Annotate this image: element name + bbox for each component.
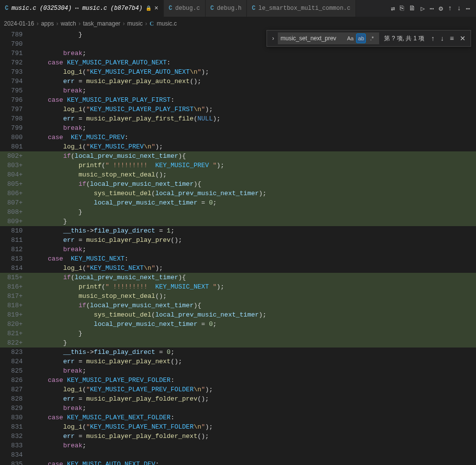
code-line[interactable]: sys_timeout_del(local_prev_music_next_ti… — [26, 310, 476, 320]
code-line[interactable]: break; — [26, 49, 476, 58]
code-line[interactable]: } — [26, 338, 476, 348]
match-case-button[interactable]: Aa — [345, 33, 355, 43]
code-line[interactable]: case KEY_MUSIC_AUTO_NEXT_DEV: — [26, 460, 476, 465]
close-icon[interactable]: × — [154, 4, 158, 12]
tabs-bar: C music.c (0325304) ↔ music.c (b87e7b4) … — [0, 0, 476, 17]
code-line[interactable]: local_prev_music_next_timer = 0; — [26, 198, 476, 207]
code-line[interactable]: break; — [26, 245, 476, 254]
find-input[interactable] — [280, 35, 344, 42]
tab-label: music.c (0325304) ↔ music.c (b87e7b4) — [11, 5, 142, 12]
lock-icon: 🔒 — [146, 5, 151, 11]
code-line[interactable]: printf(" !!!!!!!!! KEY_MUSIC_NEXT "); — [26, 282, 476, 291]
breadcrumb-item[interactable]: music — [127, 20, 143, 27]
c-file-icon: C — [149, 20, 154, 28]
code-line[interactable]: } — [26, 217, 476, 226]
c-file-icon: C — [252, 5, 255, 12]
code-line[interactable]: local_prev_music_next_timer = 0; — [26, 320, 476, 329]
breadcrumb-item[interactable]: 2024-01-16 — [4, 20, 34, 27]
code-line[interactable]: log_i("KEY_MUSIC_NEXT\n"); — [26, 263, 476, 273]
code-line[interactable]: case KEY_MUSIC_NEXT: — [26, 254, 476, 263]
code-line[interactable] — [26, 450, 476, 460]
find-input-box: Aa ab .* — [278, 32, 379, 44]
code-line[interactable]: __this->file_play_direct = 0; — [26, 348, 476, 357]
code-line[interactable]: break; — [26, 123, 476, 133]
chevron-right-icon: › — [36, 20, 38, 27]
tab-label: debug.h — [217, 5, 241, 12]
code-line[interactable]: err = music_player_play_next(); — [26, 357, 476, 366]
tab-debug-h[interactable]: C debug.h — [206, 0, 247, 17]
expand-find-icon[interactable]: › — [270, 35, 276, 42]
find-filter-button[interactable]: ≡ — [448, 34, 456, 42]
code-line[interactable]: break; — [26, 441, 476, 450]
code-line[interactable]: case KEY_MUSIC_PLAYER_PLAY_FIRST: — [26, 95, 476, 105]
whole-word-button[interactable]: ab — [356, 33, 366, 43]
save-icon[interactable]: 🗎 — [409, 4, 416, 12]
code-line[interactable]: } — [26, 207, 476, 217]
c-file-icon: C — [5, 5, 8, 12]
tab-debug-c[interactable]: C debug.c — [164, 0, 206, 17]
code-line[interactable]: music_stop_next_deal(); — [26, 170, 476, 179]
code-line[interactable]: __this->file_play_direct = 1; — [26, 226, 476, 235]
code-line[interactable]: err = music_player_play_folder_prev(); — [26, 394, 476, 404]
code-line[interactable]: err = music_player_play_auto_next(); — [26, 77, 476, 86]
breadcrumb-file[interactable]: music.c — [157, 20, 177, 27]
down-icon[interactable]: ↓ — [457, 4, 461, 12]
tab-music-diff[interactable]: C music.c (0325304) ↔ music.c (b87e7b4) … — [0, 0, 164, 17]
chevron-right-icon: › — [79, 20, 81, 27]
code-line[interactable]: case KEY_MUSIC_PLAYE_NEXT_FOLDER: — [26, 413, 476, 422]
editor: 7897907917927937947957967977987998008018… — [0, 30, 476, 465]
code-line[interactable]: break; — [26, 366, 476, 376]
code-line[interactable]: log_i("KEY_MUSIC_PLAYE_NEXT_FOLDER\n"); — [26, 422, 476, 432]
breadcrumb-item[interactable]: task_manager — [83, 20, 120, 27]
gear-icon[interactable]: ⚙ — [439, 4, 443, 13]
chevron-right-icon: › — [145, 20, 147, 27]
tab-label: le_smartbox_multi_common.c — [259, 5, 351, 12]
run-icon[interactable]: ▷ — [420, 4, 424, 13]
code-line[interactable]: if(local_prev_music_next_timer){ — [26, 151, 476, 161]
code-line[interactable]: log_i("KEY_MUSIC_PREV\n"); — [26, 142, 476, 151]
find-prev-button[interactable]: ↑ — [429, 34, 437, 42]
copy-icon[interactable]: ⎘ — [400, 4, 404, 12]
code-line[interactable]: log_i("KEY_MUSIC_PLAYE_PREV_FOLDER\n"); — [26, 385, 476, 394]
code-line[interactable]: err = music_player_play_prev(); — [26, 235, 476, 245]
code-line[interactable]: break; — [26, 86, 476, 95]
find-next-button[interactable]: ↓ — [439, 34, 446, 42]
code-line[interactable]: sys_timeout_del(local_prev_music_next_ti… — [26, 189, 476, 198]
code-line[interactable]: break; — [26, 404, 476, 413]
breadcrumbs: 2024-01-16› apps› watch› task_manager› m… — [0, 17, 476, 30]
chevron-right-icon: › — [56, 20, 58, 27]
code-area[interactable]: } break; case KEY_MUSIC_PLAYER_AUTO_NEXT… — [26, 30, 476, 465]
tabs-toolbar: ⇄ ⎘ 🗎 ▷ ⋯ ⚙ ↑ ↓ ⋯ — [385, 4, 476, 13]
breadcrumb-item[interactable]: watch — [60, 20, 76, 27]
regex-button[interactable]: .* — [367, 33, 377, 43]
up-icon[interactable]: ↑ — [448, 4, 452, 12]
code-line[interactable]: case KEY_MUSIC_PLAYE_PREV_FOLDER: — [26, 376, 476, 385]
code-line[interactable]: case KEY_MUSIC_PLAYER_AUTO_NEXT: — [26, 58, 476, 67]
code-line[interactable]: err = music_player_play_folder_next(); — [26, 432, 476, 441]
c-file-icon: C — [210, 5, 214, 12]
code-line[interactable]: if(local_prev_music_next_timer){ — [26, 273, 476, 282]
code-line[interactable]: } — [26, 329, 476, 338]
breadcrumb-item[interactable]: apps — [41, 20, 54, 27]
find-widget: › Aa ab .* 第 ? 项, 共 1 项 ↑ ↓ ≡ ✕ — [267, 30, 471, 47]
code-line[interactable]: music_stop_next_deal(); — [26, 291, 476, 301]
find-status: 第 ? 项, 共 1 项 — [384, 34, 424, 43]
overflow-icon[interactable]: ⋯ — [466, 4, 470, 13]
compare-icon[interactable]: ⇄ — [391, 4, 395, 13]
tab-label: debug.c — [175, 5, 200, 12]
find-close-button[interactable]: ✕ — [458, 34, 468, 42]
code-line[interactable]: log_i("KEY_MUSIC_PLAYER_AUTO_NEXT\n"); — [26, 67, 476, 77]
code-line[interactable]: log_i("KEY_MUSIC_PLAYER_PLAY_FIRST\n"); — [26, 105, 476, 114]
code-line[interactable]: err = music_player_play_first_file(NULL)… — [26, 114, 476, 123]
line-gutter: 7897907917927937947957967977987998008018… — [0, 30, 26, 465]
tab-smartbox[interactable]: C le_smartbox_multi_common.c — [247, 0, 356, 17]
chevron-right-icon: › — [123, 20, 125, 27]
c-file-icon: C — [169, 5, 172, 12]
more-run-icon[interactable]: ⋯ — [430, 4, 434, 13]
code-line[interactable]: case KEY_MUSIC_PREV: — [26, 133, 476, 142]
code-line[interactable]: printf(" !!!!!!!!! KEY_MUSIC_PREV "); — [26, 161, 476, 170]
code-line[interactable]: if(local_prev_music_next_timer){ — [26, 179, 476, 189]
code-line[interactable]: if(local_prev_music_next_timer){ — [26, 301, 476, 310]
